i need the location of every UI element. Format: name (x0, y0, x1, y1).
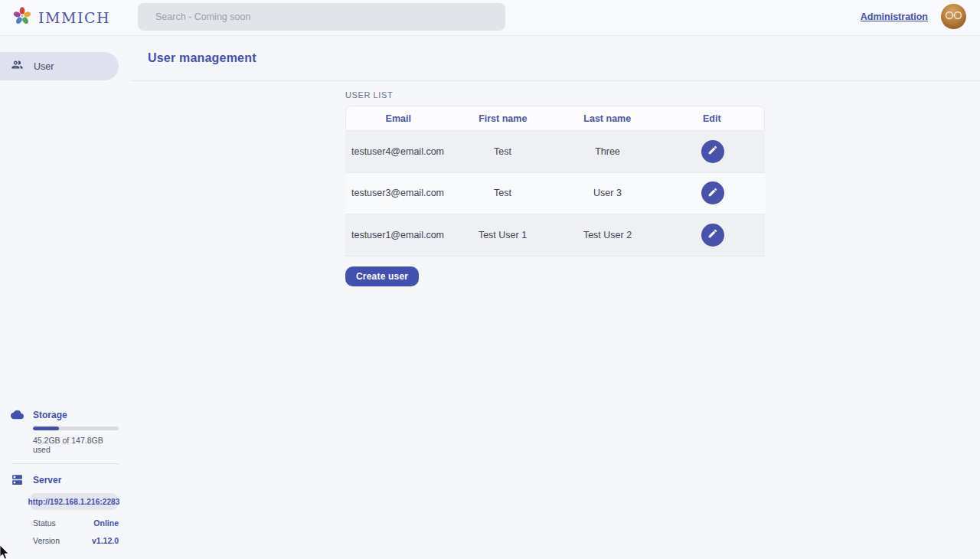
mouse-cursor (0, 545, 11, 559)
server-version-row: Version v1.12.0 (33, 536, 119, 545)
table-row: testuser4@email.com Test Three (345, 131, 765, 173)
edit-user-button[interactable] (701, 181, 724, 204)
user-avatar[interactable] (941, 4, 966, 29)
search-input[interactable] (138, 3, 505, 31)
users-group-icon (11, 58, 24, 74)
edit-user-button[interactable] (701, 224, 724, 247)
table-row: testuser3@email.com Test User 3 (345, 173, 765, 215)
storage-title: Storage (33, 408, 119, 420)
version-label: Version (33, 536, 60, 545)
storage-section: Storage 45.2GB of 147.8GB used (0, 408, 130, 454)
app-logo[interactable]: IMMICH (12, 6, 110, 29)
edit-user-button[interactable] (701, 140, 724, 163)
storage-progress-fill (33, 427, 59, 430)
server-section: Server http://192.168.1.216:2283 Status … (0, 473, 130, 545)
immich-flower-icon (12, 6, 32, 29)
server-icon (11, 473, 24, 489)
cell-last-name: User 3 (555, 188, 660, 198)
cell-email: testuser3@email.com (345, 188, 450, 198)
pencil-icon (707, 187, 718, 200)
col-header-first-name: First name (451, 106, 556, 130)
sidebar-bottom-panel: Storage 45.2GB of 147.8GB used Server ht… (0, 408, 130, 553)
sidebar-item-user[interactable]: User (0, 52, 119, 80)
pencil-icon (707, 145, 718, 158)
server-status-row: Status Online (33, 518, 119, 528)
cell-last-name: Three (555, 146, 660, 157)
cell-email: testuser1@email.com (345, 230, 450, 240)
cell-last-name: Test User 2 (555, 230, 660, 240)
table-header-row: Email First name Last name Edit (345, 106, 765, 131)
cloud-icon (11, 408, 24, 424)
top-navbar: IMMICH Administration (0, 0, 980, 36)
col-header-last-name: Last name (555, 106, 660, 130)
storage-usage-text: 45.2GB of 147.8GB used (33, 436, 119, 454)
col-header-email: Email (346, 106, 451, 130)
cell-first-name: Test (450, 146, 555, 157)
app-title: IMMICH (38, 9, 110, 26)
page-title: User management (148, 51, 256, 65)
cell-email: testuser4@email.com (345, 146, 450, 157)
storage-progress-track (33, 427, 119, 430)
table-row: testuser1@email.com Test User 1 Test Use… (345, 214, 765, 257)
version-value: v1.12.0 (92, 536, 119, 545)
status-value: Online (93, 518, 119, 528)
pencil-icon (707, 228, 718, 241)
user-list-label: USER LIST (345, 90, 765, 100)
cell-first-name: Test User 1 (450, 230, 555, 240)
administration-link[interactable]: Administration (861, 11, 928, 22)
avatar-glasses (944, 11, 963, 20)
main-content: User management USER LIST Email First na… (130, 36, 980, 559)
page-header: User management (130, 36, 980, 81)
server-title: Server (33, 473, 119, 485)
create-user-button[interactable]: Create user (345, 266, 419, 286)
cell-first-name: Test (450, 188, 555, 198)
server-url-badge: http://192.168.1.216:2283 (31, 493, 117, 510)
sidebar: User Storage 45.2GB of 147.8GB used (0, 36, 130, 559)
sidebar-item-user-label: User (34, 61, 54, 72)
status-label: Status (33, 518, 56, 528)
sidebar-divider (11, 463, 119, 464)
col-header-edit: Edit (660, 106, 765, 130)
user-table: Email First name Last name Edit testuser… (345, 106, 765, 257)
